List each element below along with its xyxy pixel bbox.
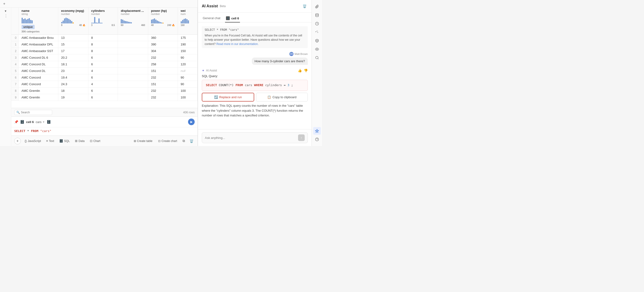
tab-cell-6[interactable]: 🗄️ cell 6 — [225, 14, 240, 22]
javascript-label: JavaScript — [28, 139, 41, 143]
copy-label: Copy to clipboard — [272, 95, 296, 99]
toolbar-add-button[interactable]: + — [14, 138, 21, 144]
search-input[interactable] — [21, 111, 44, 114]
rows-count: 406 rows — [183, 111, 195, 114]
col-header-name: name string — [18, 7, 58, 34]
toolbar-javascript-button[interactable]: {} JavaScript — [22, 138, 44, 144]
ai-feedback: 👍 👎 — [298, 69, 308, 72]
pin-icon: 📌 — [14, 120, 18, 124]
toolbar-chart-button[interactable]: ⊡ Chart — [88, 138, 103, 144]
ai-content: SELECT * FROM "cars" When you're in the … — [198, 22, 312, 129]
ai-message-header: ✦ AI Assist 👍 👎 — [202, 69, 308, 72]
table-footer: 🔍 406 rows — [12, 108, 198, 116]
ai-context-box: SELECT * FROM "cars" When you're in the … — [202, 26, 308, 48]
table-row: 7 AMC Concord 24.3 4 151 90 — [12, 81, 198, 88]
database-icon — [315, 13, 319, 17]
col-chart-name — [22, 16, 55, 23]
cube-icon — [315, 39, 319, 43]
sidebar-search-button[interactable] — [313, 54, 321, 62]
sparkle-icon — [315, 129, 319, 133]
col-header-economy: economy (mpg) number — [58, 7, 88, 34]
ai-title: AI Assist — [202, 4, 218, 8]
chart-icon: ⊡ — [90, 139, 92, 143]
table-row: 4 AMC Concord DL 18.1 6 258 120 — [12, 61, 198, 68]
col-header-cylinders: cylinders number — [88, 7, 118, 34]
sidebar-eye-button[interactable] — [313, 45, 321, 53]
keyword-from: FROM — [31, 129, 38, 133]
ai-input-box: ↑ — [202, 132, 308, 143]
user-avatar: MB — [289, 52, 294, 56]
wand-icon — [315, 30, 319, 34]
col-range-power: 40240 🔥 — [151, 24, 175, 26]
duplicate-button[interactable]: ⧉ — [180, 138, 187, 144]
dataset-selector[interactable]: cars ▼ — [36, 120, 45, 124]
categories-count: 306 categories — [22, 30, 55, 33]
sidebar-3d-button[interactable] — [313, 37, 321, 44]
search-icon: 🔍 — [16, 111, 20, 114]
copy-icon: 📋 — [267, 95, 271, 99]
ai-delete-button[interactable]: 🗑️ — [301, 3, 308, 9]
sidebar-paperclip-button[interactable] — [313, 3, 321, 10]
data-table-container: name string — [12, 7, 198, 108]
create-table-icon: ⊞ — [134, 139, 136, 143]
table-row: 0 AMC Ambassador Brou 13 8 360 175 — [12, 34, 198, 41]
delete-button[interactable]: 🗑️ — [188, 138, 195, 144]
search-box[interactable]: 🔍 — [14, 110, 52, 115]
col-range-cylinders: 38.5 — [91, 24, 115, 26]
sidebar-help-button[interactable] — [313, 136, 321, 143]
create-chart-button[interactable]: ⊡ Create chart — [156, 138, 180, 144]
svg-line-5 — [318, 58, 318, 59]
toolbar-data-button[interactable]: ⊞ Data — [72, 138, 87, 144]
col-header-weight: wei num — [178, 7, 197, 34]
toolbar-text-button[interactable]: ≡ Text — [44, 138, 57, 144]
user-message: MB Matt Brown How many 3-cylinder cars a… — [202, 52, 308, 65]
col-chart-economy — [61, 16, 85, 23]
table-row: 2 AMC Ambassador SST 17 8 304 150 — [12, 48, 198, 54]
col-range-economy: 848 🔥 — [61, 24, 85, 26]
create-table-label: Create table — [137, 139, 152, 143]
sidebar-database-button[interactable] — [313, 11, 321, 19]
keyword-select: SELECT — [14, 129, 25, 133]
toolbar-sql-button[interactable]: 🗄️ SQL — [57, 138, 72, 144]
db-icon-2: 🗄️ — [47, 120, 51, 124]
user-name: MB Matt Brown — [289, 52, 308, 56]
sql-icon: 🗄️ — [59, 139, 63, 143]
context-link[interactable]: Read more in our documentation. — [216, 42, 258, 46]
sidebar-ai-button[interactable] — [313, 127, 321, 135]
create-table-button[interactable]: ⊞ Create table — [131, 138, 155, 144]
ai-send-button[interactable]: ↑ — [298, 135, 305, 141]
sidebar-history-button[interactable] — [313, 20, 321, 27]
replace-and-run-button[interactable]: ↩️ Replace and run — [202, 93, 254, 102]
sidebar-magic-button[interactable] — [313, 28, 321, 36]
run-button[interactable]: ▶ — [188, 119, 195, 125]
question-icon — [315, 138, 319, 141]
thumbs-down-button[interactable]: 👎 — [304, 69, 308, 72]
text-label: Text — [49, 139, 54, 143]
cell-name: cell 6 — [26, 120, 34, 124]
top-bar: + — [0, 0, 198, 7]
code-table: "cars" — [40, 129, 52, 133]
sql-label: SQL — [64, 139, 70, 143]
toolbar: + {} JavaScript ≡ Text 🗄️ SQL ⊞ Data — [12, 136, 198, 146]
action-buttons: ↩️ Replace and run 📋 Copy to clipboard — [202, 93, 308, 102]
ai-label: ✦ AI Assist — [202, 69, 217, 72]
replace-label: Replace and run — [219, 95, 242, 99]
table-row: 1 AMC Ambassador DPL 15 8 390 190 — [12, 41, 198, 48]
drag-handle[interactable]: ⋮ — [4, 14, 7, 18]
table-row: 6 AMC Concord 19.4 6 232 90 — [12, 74, 198, 81]
thumbs-up-button[interactable]: 👍 — [298, 69, 302, 72]
copy-to-clipboard-button[interactable]: 📋 Copy to clipboard — [256, 93, 308, 102]
db-icon: 🗄️ — [20, 120, 24, 124]
svg-point-3 — [316, 49, 318, 50]
tab-general-chat[interactable]: General chat — [202, 14, 221, 22]
data-table: name string — [12, 7, 198, 101]
ai-header: AI Assist Beta 🗑️ — [198, 0, 312, 12]
ai-ask-input[interactable] — [205, 136, 296, 140]
table-row: 3 AMC Concord DL 6 20.2 6 232 90 — [12, 54, 198, 61]
table-row: 8 AMC Gremlin 18 6 232 100 — [12, 88, 198, 94]
collapse-chevron[interactable]: ▼ — [4, 9, 7, 13]
create-chart-label: Create chart — [162, 139, 177, 143]
add-cell-button[interactable]: + — [2, 1, 7, 6]
code-area[interactable]: SELECT * FROM "cars" — [12, 127, 198, 136]
cell-tab-icon: 🗄️ — [226, 16, 230, 20]
